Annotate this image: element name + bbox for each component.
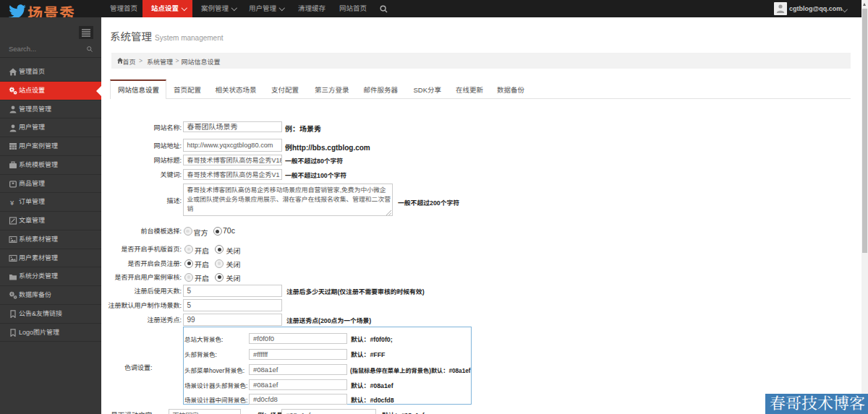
svg-text:¥: ¥: [10, 199, 14, 207]
